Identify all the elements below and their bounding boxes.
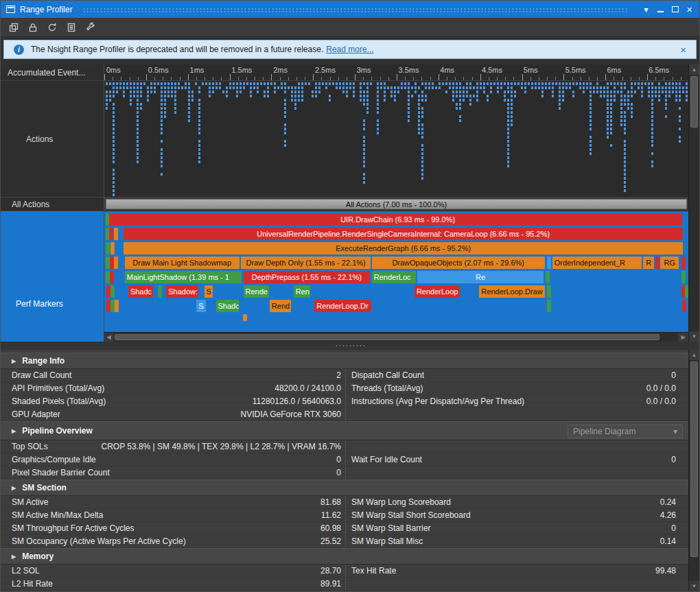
horizontal-scroll-thumb[interactable]	[115, 334, 660, 340]
metric-value: 81.68	[320, 497, 341, 507]
row-label-accumulated-events[interactable]: Accumulated Event...	[1, 64, 104, 81]
ruler-tick-label: 6ms	[605, 66, 621, 74]
perf-marker-bar[interactable]: Rende	[244, 285, 269, 298]
all-actions-track: All Actions (7.00 ms - 100.0%)	[104, 198, 688, 211]
info-cell: Wait For Idle Count0	[346, 453, 688, 466]
info-cell: SM Warp Long Scoreboard0.24	[346, 496, 688, 508]
report-button[interactable]	[62, 19, 80, 35]
row-label-perf-markers[interactable]: Perf Markers	[1, 211, 104, 342]
right-arrow-icon: ▶	[681, 334, 685, 340]
panel-scroll-up-button[interactable]: ▲	[689, 350, 699, 360]
panel-vertical-scrollbar[interactable]: ▲ ▼	[688, 350, 699, 591]
section-header-memory[interactable]: ▶Memory	[1, 548, 688, 565]
maximize-button[interactable]	[668, 3, 682, 16]
section-header-range-info[interactable]: ▶Range Info	[1, 353, 688, 369]
panel-vertical-scroll-thumb[interactable]	[690, 362, 698, 557]
copy-button[interactable]	[5, 19, 22, 35]
perf-marker-bar[interactable]: MainLightShadow (1.39 ms - 1	[125, 271, 242, 283]
info-cell: Threads (Total/Avg)0.0 / 0.0	[346, 382, 688, 394]
perf-marker-bar[interactable]: Shadc	[128, 285, 153, 298]
all-actions-range-bar[interactable]: All Actions (7.00 ms - 100.0%)	[106, 199, 687, 209]
perf-marker-sliver	[110, 257, 114, 269]
metric-label: SM Warp Stall Barrier	[351, 523, 431, 533]
float-window-button[interactable]: ▾	[639, 3, 653, 16]
metric-label: L2 SOL	[12, 566, 40, 576]
read-more-link[interactable]: Read more...	[326, 45, 373, 54]
perf-marker-bar[interactable]: RenderLoc	[372, 271, 416, 283]
panel-scroll-down-button[interactable]: ▼	[689, 581, 699, 591]
scroll-right-button[interactable]: ▶	[678, 333, 688, 342]
refresh-button[interactable]	[43, 19, 60, 35]
titlebar[interactable]: Range Profiler ▾ ×	[1, 1, 699, 18]
perf-marker-bar[interactable]: ExecuteRenderGraph (6.66 ms - 95.2%)	[124, 242, 683, 254]
perf-marker-bar[interactable]: RenderLoop.Draw	[479, 285, 544, 298]
perf-marker-bar[interactable]: Ren	[294, 285, 310, 298]
perf-marker-bar[interactable]: OrderIndependent_R	[552, 257, 642, 269]
metric-value: NVIDIA GeForce RTX 3060	[240, 410, 341, 419]
ruler-tick-label: 5ms	[522, 66, 538, 74]
perf-marker-bar[interactable]: Re	[417, 271, 544, 283]
titlebar-grip[interactable]	[82, 8, 629, 14]
metric-label: Shaded Pixels (Total/Avg)	[12, 396, 106, 406]
perf-marker-bar[interactable]: R	[643, 257, 653, 269]
row-label-all-actions[interactable]: All Actions	[1, 198, 104, 211]
info-row: SM Occupancy (Active Warps Per Active Cy…	[1, 535, 688, 548]
perf-marker-bar[interactable]: Draw Depth Only (1.55 ms - 22.1%)	[241, 257, 371, 269]
perf-marker-bar[interactable]: Draw Main Light Shadowmap	[125, 257, 240, 269]
perf-marker-bar[interactable]: DepthPrepass (1.55 ms - 22.1%)	[244, 271, 371, 283]
perf-marker-bar[interactable]: S	[205, 285, 213, 298]
perf-marker-bar[interactable]: RG	[660, 257, 679, 269]
minimize-button[interactable]	[653, 3, 668, 16]
timeline-vertical-scrollbar[interactable]: ▲ ▼	[688, 64, 699, 342]
row-label-actions[interactable]: Actions	[1, 81, 104, 198]
perf-marker-sliver	[110, 271, 114, 283]
metric-label: Top SOLs	[12, 442, 48, 451]
section-header-pipeline-overview[interactable]: ▶Pipeline OverviewPipeline Diagram▾	[1, 421, 688, 440]
timeline-horizontal-scrollbar[interactable]: ◀ ▶	[104, 332, 688, 342]
perf-marker-bar[interactable]: Shadc	[216, 300, 239, 312]
lock-button[interactable]	[24, 19, 41, 35]
info-cell: SM Throughput For Active Cycles60.98	[1, 522, 346, 534]
info-cell: Instructions (Avg Per Dispatch/Avg Per T…	[346, 395, 688, 407]
perf-marker-bar[interactable]: Shadow:	[166, 285, 198, 298]
perf-marker-bar[interactable]: UniversalRenderPipeline.RenderSingleCame…	[124, 228, 683, 240]
vertical-scroll-thumb[interactable]	[690, 76, 698, 128]
scroll-left-button[interactable]: ◀	[104, 333, 114, 342]
timeline-ruler[interactable]: 0ms0.5ms1ms1.5ms2ms2.5ms3ms3.5ms4ms4.5ms…	[104, 64, 688, 81]
perf-marker-bar[interactable]: UIR.DrawChain (6.93 ms - 99.0%)	[113, 213, 683, 226]
info-cell: Tex Hit Rate99.48	[346, 565, 688, 577]
ruler-tick-label: 2ms	[271, 66, 288, 74]
perf-marker-bar[interactable]: S	[196, 300, 206, 312]
info-cell: GPU AdapterNVIDIA GeForce RTX 3060	[1, 408, 346, 421]
maximize-icon	[672, 6, 679, 12]
close-button[interactable]: ×	[682, 3, 697, 16]
perf-marker-bar[interactable]: DrawOpaqueObjects (2.07 ms - 29.6%)	[372, 257, 545, 269]
scroll-up-button[interactable]: ▲	[689, 64, 699, 75]
section-title: Range Info	[22, 356, 65, 366]
banner-text: The Nsight Range Profiler is deprecated …	[31, 45, 323, 54]
section-header-sm-section[interactable]: ▶SM Section	[1, 479, 688, 496]
perf-marker-bar[interactable]: Rend	[270, 300, 291, 312]
metric-label: Draw Call Count	[12, 370, 71, 380]
section-title: Pipeline Overview	[22, 426, 93, 436]
scroll-down-button[interactable]: ▼	[689, 331, 699, 342]
info-cell: Shaded Pixels (Total/Avg)11280126.0 / 56…	[1, 395, 346, 407]
perf-marker-sliver	[106, 271, 110, 283]
info-row: SM Throughput For Active Cycles60.98SM W…	[1, 522, 688, 535]
info-cell: SM Warp Stall Short Scoreboard4.26	[346, 509, 688, 521]
metric-label: SM Warp Stall Misc	[351, 536, 423, 546]
banner-close-icon[interactable]: ×	[677, 44, 689, 56]
perf-marker-bar[interactable]: RenderLoop.Dr	[314, 300, 371, 312]
pipeline-diagram-dropdown[interactable]: Pipeline Diagram▾	[568, 425, 683, 438]
settings-button[interactable]	[82, 19, 99, 35]
info-row: Top SOLsCROP 53.8% | SM 49.8% | TEX 29.8…	[1, 440, 688, 453]
perf-marker-bar[interactable]: RenderLoop	[415, 285, 460, 298]
left-arrow-icon: ◀	[106, 334, 110, 340]
metrics-panel: ▶Range InfoDraw Call Count2Dispatch Call…	[1, 350, 688, 591]
actions-track[interactable]	[104, 81, 688, 198]
info-row: Draw Call Count2Dispatch Call Count0	[1, 369, 688, 382]
window-title: Range Profiler	[20, 5, 73, 14]
info-cell: SM Occupancy (Active Warps Per Active Cy…	[1, 535, 346, 547]
info-cell: SM Warp Stall Barrier0	[346, 522, 688, 534]
panel-splitter[interactable]	[1, 342, 699, 350]
